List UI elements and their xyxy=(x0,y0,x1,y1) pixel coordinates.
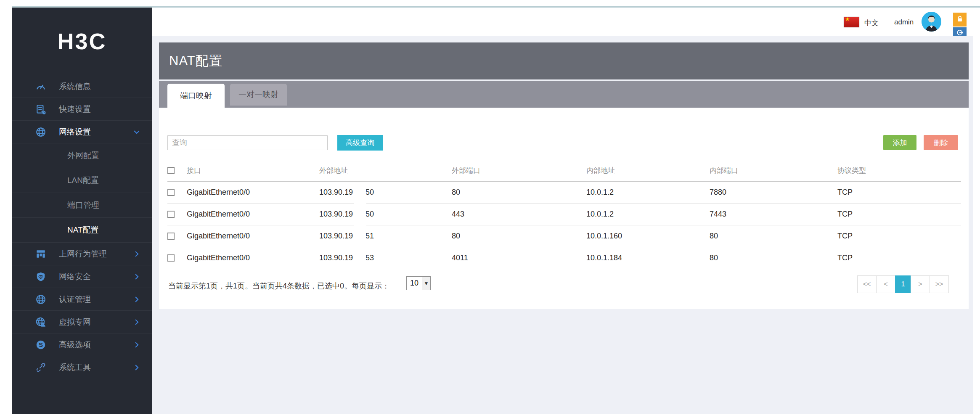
chevron-right-icon xyxy=(133,341,140,349)
sidebar-item-label: 端口管理 xyxy=(67,200,99,211)
cell-external-port: 443 xyxy=(452,210,586,219)
page-size-select[interactable]: 10 ▼ xyxy=(406,276,431,290)
column-header-interface: 接口 xyxy=(187,166,319,175)
pagination-summary: 当前显示第1页，共1页。当前页共4条数据，已选中0。每页显示： xyxy=(168,281,389,291)
cell-interface: GigabitEthernet0/0 xyxy=(187,210,319,219)
prev-page-button[interactable]: < xyxy=(876,275,895,293)
row-checkbox[interactable] xyxy=(167,211,175,218)
lock-button[interactable] xyxy=(953,13,967,26)
row-checkbox[interactable] xyxy=(167,254,175,262)
chevron-right-icon xyxy=(133,250,140,258)
sidebar-item-advanced-options[interactable]: S 高级选项 xyxy=(12,333,152,356)
row-checkbox[interactable] xyxy=(167,189,175,196)
table-row[interactable]: GigabitEthernet0/0 103.90.19 53 4011 10.… xyxy=(167,247,961,269)
logo-text: H3C xyxy=(57,28,106,54)
chevron-down-icon: ▼ xyxy=(422,277,430,290)
tab-bar: 端口映射 一对一映射 xyxy=(159,81,969,108)
h3c-logo: H3C xyxy=(12,8,152,75)
chevron-down-icon xyxy=(133,128,140,136)
nat-rules-table: 接口 外部地址 外部端口 内部地址 内部端口 协议类型 GigabitEther… xyxy=(167,160,961,269)
select-all-checkbox[interactable] xyxy=(167,167,175,174)
sidebar-item-port-management[interactable]: 端口管理 xyxy=(12,193,152,217)
cell-internal-port: 7880 xyxy=(710,188,837,197)
username-label: admin xyxy=(894,18,914,26)
cell-internal-address: 10.0.1.184 xyxy=(586,254,710,262)
cell-internal-port: 80 xyxy=(710,232,837,241)
sidebar-item-label: LAN配置 xyxy=(67,175,99,186)
page-header: NAT配置 xyxy=(159,42,969,79)
cell-external-address: 103.90.19 50 xyxy=(319,188,452,197)
last-page-button[interactable]: >> xyxy=(930,275,949,293)
cell-external-address: 103.90.19 50 xyxy=(319,210,452,219)
cell-interface: GigabitEthernet0/0 xyxy=(187,254,319,262)
tab-label: 端口映射 xyxy=(180,90,212,101)
avatar[interactable] xyxy=(922,12,941,32)
sidebar-item-vpn[interactable]: 虚拟专网 xyxy=(12,310,152,333)
sidebar-item-nat-config[interactable]: NAT配置 xyxy=(12,217,152,242)
page-1-button[interactable]: 1 xyxy=(895,275,911,293)
cell-internal-address: 10.0.1.2 xyxy=(586,188,710,197)
sidebar-item-auth-management[interactable]: 认证管理 xyxy=(12,288,152,310)
column-header-protocol: 协议类型 xyxy=(837,166,961,175)
advanced-icon: S xyxy=(35,339,50,350)
first-page-button[interactable]: << xyxy=(857,275,877,293)
tools-link-icon xyxy=(35,362,50,373)
sidebar-item-label: 认证管理 xyxy=(59,294,91,305)
svg-text:S: S xyxy=(39,341,43,348)
tab-one-to-one-mapping[interactable]: 一对一映射 xyxy=(230,84,287,106)
redaction-overlay xyxy=(354,182,366,270)
globe-icon xyxy=(35,127,50,138)
sidebar-item-label: 高级选项 xyxy=(59,339,91,350)
sidebar-item-network-security[interactable]: 网络安全 xyxy=(12,265,152,288)
page-title: NAT配置 xyxy=(169,52,222,70)
language-selector[interactable]: 中文 xyxy=(864,18,879,28)
cell-interface: GigabitEthernet0/0 xyxy=(187,232,319,241)
sidebar-item-label: 网络安全 xyxy=(59,271,91,282)
china-flag-icon[interactable]: ★ xyxy=(844,17,859,27)
gauge-icon xyxy=(35,81,50,92)
quick-setup-icon xyxy=(35,104,50,115)
sidebar-item-label: 网络设置 xyxy=(59,127,91,138)
add-button[interactable]: 添加 xyxy=(883,135,916,150)
cell-internal-port: 7443 xyxy=(710,210,837,219)
row-checkbox[interactable] xyxy=(167,233,175,240)
delete-button[interactable]: 删除 xyxy=(924,135,958,150)
cell-protocol: TCP xyxy=(837,188,961,197)
cell-protocol: TCP xyxy=(837,254,961,262)
sidebar-item-behavior-management[interactable]: 上网行为管理 xyxy=(12,242,152,265)
sidebar-item-label: 虚拟专网 xyxy=(59,317,91,328)
sidebar-item-label: NAT配置 xyxy=(67,225,99,235)
tab-port-mapping[interactable]: 端口映射 xyxy=(167,84,225,108)
column-header-internal-port: 内部端口 xyxy=(710,166,837,175)
table-row[interactable]: GigabitEthernet0/0 103.90.19 50 443 10.0… xyxy=(167,204,961,225)
tab-label: 一对一映射 xyxy=(238,89,278,100)
cell-external-port: 80 xyxy=(452,232,586,241)
sidebar-item-network-settings[interactable]: 网络设置 xyxy=(12,120,152,143)
sidebar-item-label: 系统信息 xyxy=(59,81,91,92)
sidebar-item-system-info[interactable]: 系统信息 xyxy=(12,75,152,98)
table-row[interactable]: GigabitEthernet0/0 103.90.19 50 80 10.0.… xyxy=(167,182,961,204)
chevron-right-icon xyxy=(133,364,140,371)
sidebar-item-quick-setup[interactable]: 快速设置 xyxy=(12,98,152,120)
sidebar: H3C 系统信息 快速设置 网络设置 外网配置 LAN配置 端口 xyxy=(12,8,152,414)
search-input[interactable] xyxy=(167,135,328,150)
sitemap-icon xyxy=(35,249,50,259)
sidebar-item-wan-config[interactable]: 外网配置 xyxy=(12,143,152,168)
auth-globe-icon xyxy=(35,294,50,305)
sidebar-item-label: 外网配置 xyxy=(67,150,99,161)
chevron-right-icon xyxy=(133,296,140,303)
cell-internal-address: 10.0.1.2 xyxy=(586,210,710,219)
table-row[interactable]: GigabitEthernet0/0 103.90.19 51 80 10.0.… xyxy=(167,225,961,247)
vpn-globe-icon xyxy=(35,317,50,328)
column-header-internal-addr: 内部地址 xyxy=(586,166,710,175)
cell-external-address: 103.90.19 51 xyxy=(319,232,452,241)
table-header-row: 接口 外部地址 外部端口 内部地址 内部端口 协议类型 xyxy=(167,160,961,182)
next-page-button[interactable]: > xyxy=(911,275,930,293)
cell-protocol: TCP xyxy=(837,210,961,219)
pagination: << < 1 > >> xyxy=(858,275,949,293)
sidebar-item-lan-config[interactable]: LAN配置 xyxy=(12,168,152,193)
cell-interface: GigabitEthernet0/0 xyxy=(187,188,319,197)
cell-external-port: 80 xyxy=(452,188,586,197)
advanced-query-button[interactable]: 高级查询 xyxy=(337,135,383,151)
sidebar-item-system-tools[interactable]: 系统工具 xyxy=(12,356,152,378)
